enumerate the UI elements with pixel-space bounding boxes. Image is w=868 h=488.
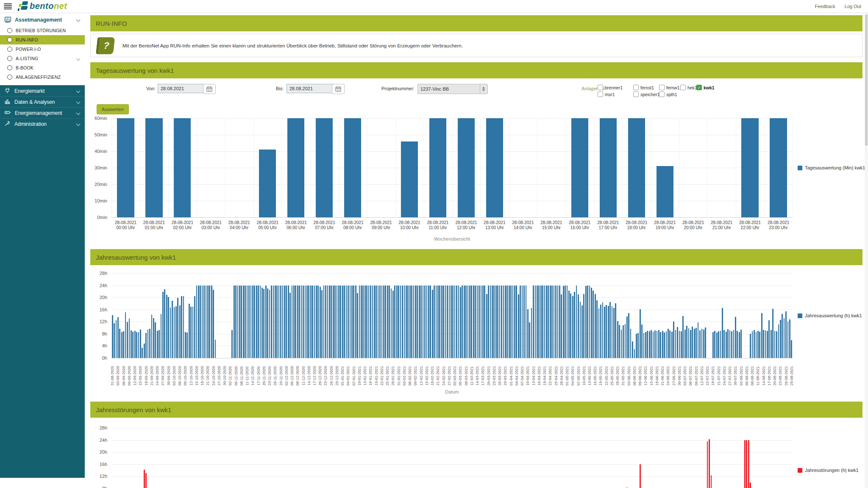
bar[interactable] xyxy=(490,286,491,358)
bar[interactable] xyxy=(701,329,703,358)
bar[interactable] xyxy=(355,286,356,358)
bar[interactable] xyxy=(206,286,207,358)
bar[interactable] xyxy=(774,331,776,358)
bar[interactable] xyxy=(451,286,452,358)
bar[interactable] xyxy=(387,286,388,358)
checkbox-fernst1[interactable]: fernst1 xyxy=(633,85,654,90)
bar[interactable] xyxy=(127,322,128,358)
bar[interactable] xyxy=(203,286,205,358)
scrollbar-track[interactable] xyxy=(865,0,868,488)
bar[interactable] xyxy=(245,286,246,358)
bar[interactable] xyxy=(407,286,409,358)
bar[interactable] xyxy=(116,320,117,358)
bar[interactable] xyxy=(441,286,442,358)
bar[interactable] xyxy=(321,290,323,358)
checkbox-spth1[interactable]: spth1 xyxy=(659,92,677,97)
bar[interactable] xyxy=(576,286,577,358)
bar[interactable] xyxy=(185,332,186,358)
bar[interactable] xyxy=(660,332,661,358)
bar[interactable] xyxy=(287,118,304,217)
bar[interactable] xyxy=(538,286,540,358)
bar[interactable] xyxy=(757,331,759,358)
checkbox-kwk1[interactable]: ✓kwk1 xyxy=(696,85,715,90)
auswerten-button[interactable]: Auswerten xyxy=(97,104,129,114)
bar[interactable] xyxy=(364,286,366,358)
bar[interactable] xyxy=(651,330,652,358)
bar[interactable] xyxy=(754,330,755,358)
bar[interactable] xyxy=(144,470,145,488)
bar[interactable] xyxy=(791,340,792,358)
bar[interactable] xyxy=(686,326,687,358)
bar[interactable] xyxy=(202,286,203,358)
bar[interactable] xyxy=(544,286,545,358)
bar[interactable] xyxy=(499,286,501,358)
bar[interactable] xyxy=(477,286,478,358)
bar[interactable] xyxy=(739,332,740,358)
bar[interactable] xyxy=(486,118,503,217)
bar[interactable] xyxy=(514,286,515,358)
bar[interactable] xyxy=(613,308,615,358)
bar[interactable] xyxy=(338,286,339,358)
bar[interactable] xyxy=(404,286,405,358)
bar[interactable] xyxy=(119,329,120,358)
bar[interactable] xyxy=(473,286,474,358)
bar[interactable] xyxy=(447,286,448,358)
bar[interactable] xyxy=(344,286,345,358)
bar[interactable] xyxy=(117,118,134,217)
bar[interactable] xyxy=(183,296,184,358)
sidebar-section-energiemarkt[interactable]: Energiemarkt xyxy=(0,85,85,96)
bar[interactable] xyxy=(200,286,201,358)
bar[interactable] xyxy=(509,286,510,358)
bar[interactable] xyxy=(645,332,646,358)
bar[interactable] xyxy=(537,286,538,358)
bar[interactable] xyxy=(548,286,549,358)
bar[interactable] xyxy=(340,286,341,358)
bar[interactable] xyxy=(714,331,715,358)
bar[interactable] xyxy=(664,333,665,358)
bar[interactable] xyxy=(692,327,693,358)
bar[interactable] xyxy=(694,329,695,358)
bis-date-input[interactable] xyxy=(287,84,335,93)
bar[interactable] xyxy=(337,286,338,358)
bar[interactable] xyxy=(179,305,181,358)
bar[interactable] xyxy=(411,286,412,358)
bar[interactable] xyxy=(372,286,373,358)
bar[interactable] xyxy=(481,286,482,358)
bar[interactable] xyxy=(247,286,248,358)
bar[interactable] xyxy=(374,286,375,358)
bar[interactable] xyxy=(744,440,746,488)
bar[interactable] xyxy=(144,344,145,358)
bar[interactable] xyxy=(370,286,371,358)
bar[interactable] xyxy=(310,286,312,358)
bar[interactable] xyxy=(657,331,658,358)
bar[interactable] xyxy=(134,331,136,358)
bar[interactable] xyxy=(735,317,736,358)
bar[interactable] xyxy=(334,286,336,358)
bar[interactable] xyxy=(510,286,512,358)
bar[interactable] xyxy=(132,332,134,358)
bar[interactable] xyxy=(215,340,216,358)
bar[interactable] xyxy=(768,320,770,358)
bar[interactable] xyxy=(314,286,315,358)
bar[interactable] xyxy=(649,331,650,358)
bar[interactable] xyxy=(750,482,751,488)
bar[interactable] xyxy=(681,331,682,358)
bar[interactable] xyxy=(621,330,622,358)
bar[interactable] xyxy=(333,286,334,358)
bar[interactable] xyxy=(351,286,353,358)
bar[interactable] xyxy=(276,286,278,358)
bar[interactable] xyxy=(166,295,167,358)
sidebar-section-energiemanagement[interactable]: Energiemanagement xyxy=(0,107,85,118)
bar[interactable] xyxy=(636,334,637,358)
bar[interactable] xyxy=(346,286,347,358)
bar[interactable] xyxy=(740,330,742,358)
bar[interactable] xyxy=(305,286,306,358)
bar[interactable] xyxy=(723,330,725,358)
bar[interactable] xyxy=(449,286,450,358)
bar[interactable] xyxy=(278,286,280,358)
bar[interactable] xyxy=(559,286,560,358)
bar[interactable] xyxy=(303,286,304,358)
bar[interactable] xyxy=(677,327,678,358)
bar[interactable] xyxy=(112,315,113,358)
checkbox-fernw1[interactable]: fernw1 xyxy=(659,85,680,90)
